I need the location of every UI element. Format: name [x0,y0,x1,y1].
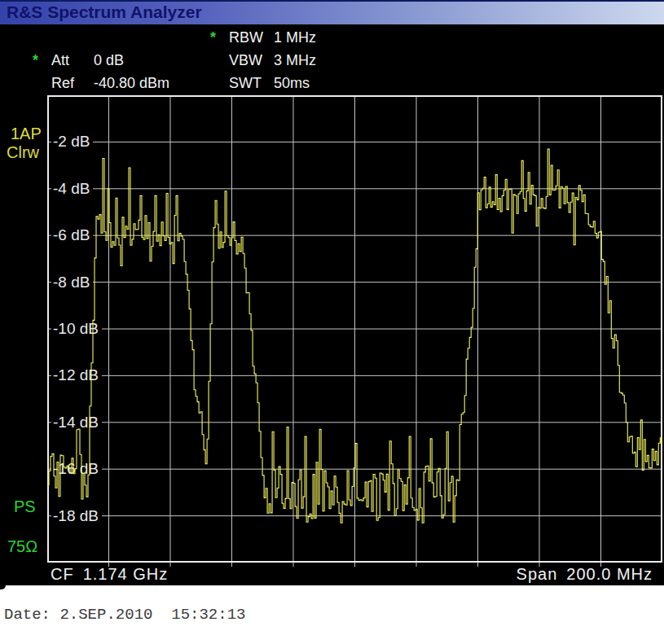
att-setting-field[interactable]: * Att 0 dB [33,52,124,69]
vbw-setting-field[interactable]: VBW 3 MHz [210,52,316,69]
header-row-2: * Att 0 dB VBW 3 MHz [0,52,664,70]
cf-value: 1.174 GHz [83,565,169,583]
header-row-3: Ref -40.80 dBm SWT 50ms [0,75,664,93]
y-axis-tick-label: -18 dB [51,507,102,525]
app-title: R&S Spectrum Analyzer [7,2,202,22]
impedance-badge[interactable]: 75Ω [7,537,37,556]
ref-setting-field[interactable]: Ref -40.80 dBm [33,75,169,92]
trace-mode-badge[interactable]: 1AP [11,125,42,143]
span-value: 200.0 MHz [566,565,653,583]
y-axis-labels: -2 dB-4 dB-6 dB-8 dB-10 dB-12 dB-14 dB-1… [47,95,662,563]
swt-label: SWT [229,75,270,92]
swt-value: 50ms [274,75,310,91]
ref-label: Ref [51,75,90,92]
trace-mode-detector: 1AP [11,125,42,142]
trace-mode-badge-line2[interactable]: Clrw [7,143,39,162]
title-bar: R&S Spectrum Analyzer [0,0,664,24]
span-label: Span [517,565,558,583]
spectrum-analyzer-screenshot: R&S Spectrum Analyzer * RBW 1 MHz * Att … [0,0,664,644]
rbw-value: 1 MHz [274,29,316,46]
active-setting-asterisk-icon: * [33,52,47,69]
instrument-screen: R&S Spectrum Analyzer * RBW 1 MHz * Att … [0,0,664,585]
att-value: 0 dB [94,52,124,68]
y-axis-tick-label: -10 dB [51,320,102,338]
date-status-line: Date: 2.SEP.2010 15:32:13 [4,606,245,624]
y-axis-tick-label: -14 dB [51,414,102,432]
preselector-label: PS [14,497,36,515]
vbw-value: 3 MHz [274,52,316,68]
y-axis-tick-label: -4 dB [51,180,93,198]
rbw-setting-field[interactable]: * RBW 1 MHz [210,29,316,46]
header-row-1: * RBW 1 MHz [0,29,664,47]
ref-value: -40.80 dBm [94,75,169,91]
y-axis-tick-label: -2 dB [51,133,93,151]
preselector-badge[interactable]: PS [14,497,36,516]
screen-corner-nub [0,585,6,589]
measurement-diagram: -2 dB-4 dB-6 dB-8 dB-10 dB-12 dB-14 dB-1… [47,95,662,563]
vbw-label: VBW [229,52,270,69]
y-axis-tick-label: -8 dB [51,274,93,291]
att-label: Att [51,52,90,69]
y-axis-tick-label: -12 dB [51,366,102,384]
impedance-label: 75Ω [7,537,37,555]
swt-setting-field[interactable]: SWT 50ms [210,75,310,92]
active-setting-asterisk-icon: * [210,29,225,46]
trace-mode-write: Clrw [7,143,39,161]
y-axis-tick-label: -16 dB [51,460,102,478]
y-axis-tick-label: -6 dB [51,226,93,244]
cf-label: CF [51,565,74,583]
rbw-label: RBW [229,29,270,46]
